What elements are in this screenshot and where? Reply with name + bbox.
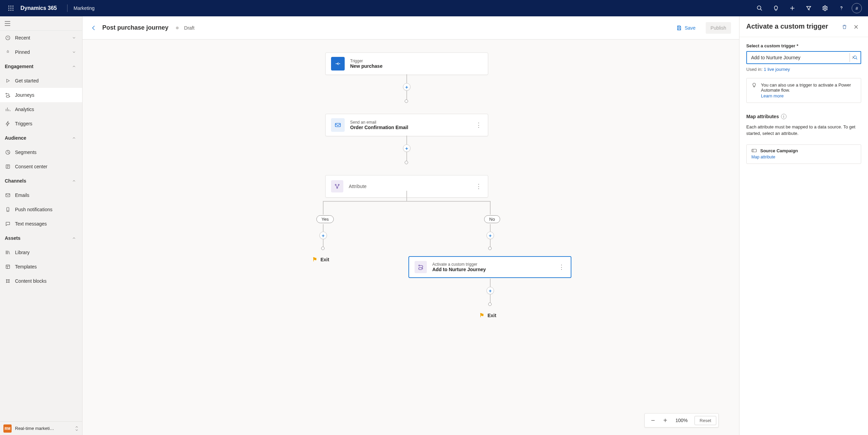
add-icon[interactable] bbox=[784, 0, 800, 16]
node-type: Send an email bbox=[350, 120, 408, 125]
branch-no[interactable]: No bbox=[484, 215, 500, 223]
exit-left: ⚑ Exit bbox=[312, 256, 329, 263]
nav-group-channels[interactable]: Channels bbox=[0, 174, 82, 188]
help-icon[interactable] bbox=[833, 0, 850, 16]
node-trigger[interactable]: Trigger New purchase bbox=[325, 52, 488, 75]
node-more-icon[interactable]: ⋮ bbox=[475, 120, 482, 130]
nav-item-sms[interactable]: Text messages bbox=[0, 217, 82, 231]
svg-point-29 bbox=[6, 279, 7, 280]
nav-area-switcher[interactable]: RM Real-time marketi… bbox=[0, 421, 82, 435]
nav-item-label: Templates bbox=[15, 264, 77, 269]
chevron-up-icon bbox=[72, 64, 77, 68]
connector bbox=[490, 239, 491, 247]
node-title: Add to Nurture Journey bbox=[432, 267, 486, 272]
nav-group-audience[interactable]: Audience bbox=[0, 131, 82, 145]
close-icon[interactable] bbox=[851, 22, 861, 32]
map-attribute-link[interactable]: Map attribute bbox=[751, 155, 856, 159]
connector bbox=[490, 294, 491, 302]
nav-group-engagement-label: Engagement bbox=[5, 64, 68, 69]
segment-icon bbox=[5, 150, 11, 155]
topbar-divider bbox=[67, 4, 68, 12]
connector-dot bbox=[488, 247, 492, 250]
node-more-icon[interactable]: ⋮ bbox=[558, 262, 565, 273]
nav-item-consent-center[interactable]: Consent center bbox=[0, 159, 82, 174]
add-step-button[interactable]: + bbox=[403, 144, 410, 152]
nav-item-templates[interactable]: Templates bbox=[0, 260, 82, 274]
node-activate-trigger[interactable]: Activate a custom trigger Add to Nurture… bbox=[408, 256, 571, 278]
clock-icon bbox=[5, 35, 11, 41]
nav-group-assets[interactable]: Assets bbox=[0, 231, 82, 245]
nav-item-get-started[interactable]: Get started bbox=[0, 74, 82, 88]
nav-item-push[interactable]: Push notifications bbox=[0, 202, 82, 217]
branch-yes[interactable]: Yes bbox=[316, 215, 334, 223]
nav-item-segments[interactable]: Segments bbox=[0, 145, 82, 159]
nav-item-triggers[interactable]: Triggers bbox=[0, 116, 82, 131]
nav-item-label: Analytics bbox=[15, 107, 77, 112]
add-step-button[interactable]: + bbox=[487, 232, 494, 239]
search-icon[interactable] bbox=[850, 53, 858, 62]
settings-icon[interactable] bbox=[817, 0, 833, 16]
svg-point-20 bbox=[9, 96, 10, 97]
save-button[interactable]: Save bbox=[672, 22, 700, 34]
connector bbox=[490, 201, 491, 215]
learn-more-link[interactable]: Learn more bbox=[761, 93, 856, 98]
connector-dot bbox=[405, 161, 408, 164]
nav-collapse-icon[interactable] bbox=[0, 16, 82, 31]
nav-pinned[interactable]: Pinned bbox=[0, 45, 82, 59]
nav-item-emails[interactable]: Emails bbox=[0, 188, 82, 202]
nav-item-analytics[interactable]: Analytics bbox=[0, 102, 82, 116]
svg-point-3 bbox=[9, 8, 10, 9]
nav-recent[interactable]: Recent bbox=[0, 31, 82, 45]
brand-label[interactable]: Dynamics 365 bbox=[19, 5, 61, 11]
attribute-node-icon bbox=[331, 180, 343, 192]
updown-icon bbox=[75, 426, 79, 431]
filter-icon[interactable] bbox=[800, 0, 817, 16]
top-bar: Dynamics 365 Marketing # bbox=[0, 0, 868, 16]
zoom-value: 100% bbox=[671, 418, 692, 423]
svg-point-5 bbox=[13, 8, 14, 9]
trigger-node-icon bbox=[331, 57, 345, 71]
journey-canvas[interactable]: Trigger New purchase + Send an email Ord… bbox=[83, 40, 739, 435]
lightbulb-icon[interactable] bbox=[768, 0, 784, 16]
email-node-icon bbox=[331, 118, 345, 132]
svg-point-2 bbox=[13, 6, 14, 7]
nav-item-label: Journeys bbox=[15, 92, 77, 98]
exit-label: Exit bbox=[320, 257, 329, 262]
nav-item-content-blocks[interactable]: Content blocks bbox=[0, 274, 82, 288]
svg-point-43 bbox=[853, 56, 856, 59]
connector bbox=[490, 279, 491, 287]
node-more-icon[interactable]: ⋮ bbox=[475, 181, 482, 192]
journey-icon bbox=[5, 92, 11, 98]
svg-point-19 bbox=[6, 93, 7, 94]
play-icon bbox=[5, 78, 11, 83]
attribute-card[interactable]: Source Campaign Map attribute bbox=[746, 144, 861, 164]
add-step-button[interactable]: + bbox=[319, 232, 327, 239]
delete-icon[interactable] bbox=[839, 22, 850, 32]
svg-rect-33 bbox=[335, 123, 341, 127]
nav-group-engagement[interactable]: Engagement bbox=[0, 59, 82, 74]
used-in-link[interactable]: 1 live journey bbox=[764, 67, 790, 72]
user-avatar[interactable]: # bbox=[852, 3, 862, 13]
svg-line-44 bbox=[856, 58, 857, 60]
zoom-reset-button[interactable]: Reset bbox=[694, 416, 716, 425]
add-step-button[interactable]: + bbox=[403, 83, 410, 91]
info-icon[interactable]: i bbox=[781, 114, 787, 119]
svg-point-37 bbox=[419, 265, 420, 266]
block-icon bbox=[5, 278, 11, 284]
app-name-label[interactable]: Marketing bbox=[74, 5, 94, 11]
node-email[interactable]: Send an email Order Confirmation Email ⋮ bbox=[325, 114, 488, 136]
connector bbox=[406, 91, 407, 99]
nav-item-journeys[interactable]: Journeys bbox=[0, 88, 82, 102]
zoom-out-button[interactable]: − bbox=[647, 414, 659, 426]
exit-label: Exit bbox=[488, 313, 496, 318]
node-type: Trigger bbox=[350, 59, 383, 63]
back-button[interactable] bbox=[91, 25, 97, 31]
search-icon[interactable] bbox=[751, 0, 768, 16]
zoom-in-button[interactable]: + bbox=[659, 414, 671, 426]
app-launcher-icon[interactable] bbox=[3, 0, 19, 16]
nav-pinned-label: Pinned bbox=[15, 49, 68, 55]
trigger-combobox[interactable]: Add to Nurture Journey bbox=[746, 51, 861, 64]
chevron-up-icon bbox=[72, 136, 77, 140]
add-step-button[interactable]: + bbox=[487, 287, 494, 294]
nav-item-library[interactable]: Library bbox=[0, 245, 82, 260]
